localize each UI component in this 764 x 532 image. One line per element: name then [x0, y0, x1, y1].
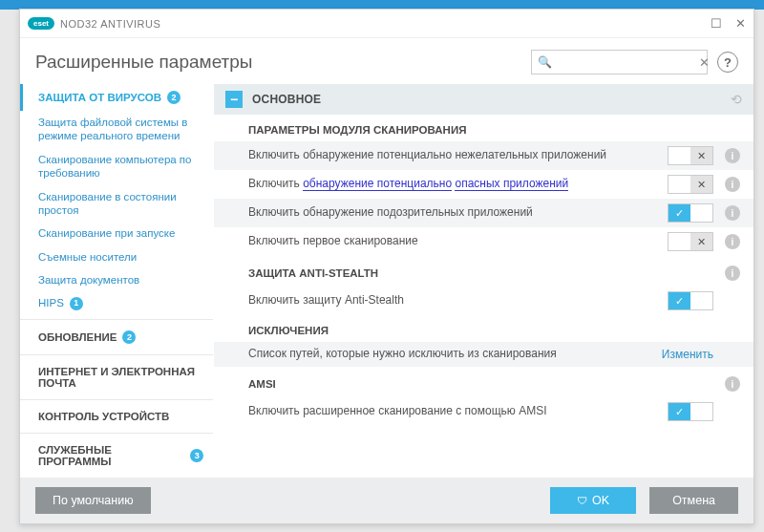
search-icon: 🔍	[538, 55, 552, 69]
group-label: AMSI	[248, 378, 276, 390]
info-icon[interactable]: i	[725, 205, 740, 221]
toggle-on-half: ✓	[668, 403, 690, 420]
option-exclusions: Список путей, которые нужно исключить из…	[214, 342, 753, 367]
option-label: Включить обнаружение подозрительных прил…	[248, 205, 658, 221]
group-label: ЗАЩИТА ANTI-STEALTH	[248, 267, 378, 279]
group-scan-params: ПАРАМЕТРЫ МОДУЛЯ СКАНИРОВАНИЯ	[214, 115, 753, 141]
defaults-button[interactable]: По умолчанию	[35, 487, 151, 514]
sidebar-item-idle[interactable]: Сканирование в состоянии простоя	[20, 185, 213, 223]
shield-icon: 🛡	[577, 495, 587, 506]
sidebar-item-realtime[interactable]: Защита файловой системы в режиме реально…	[20, 111, 213, 148]
group-exclusions: ИСКЛЮЧЕНИЯ	[214, 315, 753, 342]
sidebar-cat-virus[interactable]: ЗАЩИТА ОТ ВИРУСОВ 2	[20, 84, 213, 111]
search-box[interactable]: 🔍 ✕	[531, 50, 708, 74]
option-label: Включить первое сканирование	[248, 234, 658, 249]
sidebar-item-hips[interactable]: HIPS 1	[20, 291, 213, 314]
badge: 2	[122, 330, 136, 344]
app-title: NOD32 ANTIVIRUS	[60, 18, 160, 30]
annotated-text: обнаружение потенциально	[303, 177, 452, 191]
sidebar-cat-label: ЗАЩИТА ОТ ВИРУСОВ	[38, 92, 161, 103]
annotated-text: опасных приложений	[455, 177, 568, 191]
info-icon[interactable]: i	[725, 234, 740, 249]
edit-exclusions-link[interactable]: Изменить	[662, 348, 713, 361]
sidebar-cat-tools[interactable]: СЛУЖЕБНЫЕ ПРОГРАММЫ 3	[20, 437, 213, 474]
sidebar-cat-label: ОБНОВЛЕНИЕ	[38, 331, 117, 343]
divider	[20, 433, 213, 434]
maximize-button[interactable]: ☐	[711, 16, 722, 31]
option-amsi: Включить расширенное сканирование с помо…	[214, 397, 753, 426]
sidebar: ЗАЩИТА ОТ ВИРУСОВ 2 Защита файловой сист…	[20, 84, 214, 478]
info-icon[interactable]: i	[725, 376, 740, 392]
sidebar-item-removable[interactable]: Съемные носители	[20, 245, 213, 268]
search-clear-icon[interactable]: ✕	[699, 55, 710, 70]
help-button[interactable]: ?	[717, 52, 738, 73]
sidebar-item-ondemand[interactable]: Сканирование компьютера по требованию	[20, 148, 213, 185]
option-label: Включить обнаружение потенциально опасны…	[248, 177, 658, 192]
option-label: Включить обнаружение потенциально нежела…	[248, 148, 658, 163]
badge: 1	[70, 297, 83, 310]
divider	[20, 399, 213, 400]
option-label: Список путей, которые нужно исключить из…	[248, 347, 652, 362]
titlebar: eset NOD32 ANTIVIRUS ☐ ✕	[20, 10, 753, 38]
badge: 3	[190, 449, 203, 462]
reset-section-icon[interactable]: ⟲	[731, 92, 742, 107]
toggle-off-half: ✕	[690, 147, 712, 164]
sidebar-item-label: HIPS	[38, 296, 64, 309]
divider	[20, 354, 213, 355]
header: Расширенные параметры 🔍 ✕ ?	[20, 38, 753, 84]
option-first-scan: Включить первое сканирование ✕ i	[214, 227, 753, 256]
toggle-off-half: ✕	[690, 176, 712, 193]
toggle-unsafe[interactable]: ✕	[668, 175, 713, 194]
group-amsi: AMSI i	[214, 367, 753, 397]
info-icon[interactable]: i	[725, 266, 740, 281]
toggle-on-half: ✓	[668, 292, 690, 309]
search-input[interactable]	[556, 55, 699, 69]
divider	[20, 319, 213, 320]
group-anti-stealth: ЗАЩИТА ANTI-STEALTH i	[214, 256, 753, 287]
toggle-first-scan[interactable]: ✕	[668, 232, 713, 251]
toggle-suspicious[interactable]: ✓	[668, 203, 713, 223]
collapse-icon[interactable]: −	[225, 91, 243, 108]
sidebar-cat-internet[interactable]: ИНТЕРНЕТ И ЭЛЕКТРОННАЯ ПОЧТА	[20, 359, 213, 395]
option-suspicious: Включить обнаружение подозрительных прил…	[214, 199, 753, 227]
content-pane: − ОСНОВНОЕ ⟲ ПАРАМЕТРЫ МОДУЛЯ СКАНИРОВАН…	[214, 84, 753, 478]
info-icon[interactable]: i	[725, 177, 740, 192]
toggle-on-half	[668, 233, 690, 250]
option-anti-stealth: Включить защиту Anti-Stealth ✓ i	[214, 287, 753, 315]
info-icon[interactable]: i	[725, 148, 740, 163]
footer: По умолчанию 🛡 OK Отмена	[20, 478, 753, 523]
option-unsafe: Включить обнаружение потенциально опасны…	[214, 170, 753, 199]
sidebar-cat-label: СЛУЖЕБНЫЕ ПРОГРАММЫ	[38, 444, 184, 467]
page-title: Расширенные параметры	[35, 52, 253, 73]
sidebar-item-startup[interactable]: Сканирование при запуске	[20, 222, 213, 245]
close-button[interactable]: ✕	[735, 16, 746, 31]
section-title: ОСНОВНОЕ	[252, 93, 321, 106]
toggle-on-half	[668, 147, 690, 164]
sidebar-item-documents[interactable]: Защита документов	[20, 268, 213, 291]
toggle-anti-stealth[interactable]: ✓	[668, 291, 713, 310]
option-label: Включить расширенное сканирование с помо…	[248, 404, 658, 419]
toggle-off-half	[690, 403, 712, 420]
toggle-off-half	[690, 204, 712, 222]
sidebar-cat-device-control[interactable]: КОНТРОЛЬ УСТРОЙСТВ	[20, 404, 213, 429]
brand-logo: eset	[28, 17, 54, 30]
ok-label: OK	[592, 494, 609, 507]
option-label: Включить защиту Anti-Stealth	[248, 293, 658, 309]
ok-button[interactable]: 🛡 OK	[550, 487, 636, 514]
toggle-off-half	[690, 292, 712, 309]
badge: 2	[167, 91, 180, 104]
text: Включить	[248, 177, 303, 190]
section-header-basic: − ОСНОВНОЕ ⟲	[214, 84, 753, 115]
option-pua: Включить обнаружение потенциально нежела…	[214, 141, 753, 170]
toggle-pua[interactable]: ✕	[668, 146, 713, 165]
toggle-on-half	[668, 176, 690, 193]
sidebar-cat-update[interactable]: ОБНОВЛЕНИЕ 2	[20, 324, 213, 351]
settings-window: eset NOD32 ANTIVIRUS ☐ ✕ Расширенные пар…	[19, 9, 754, 524]
toggle-off-half: ✕	[690, 233, 712, 250]
toggle-amsi[interactable]: ✓	[668, 402, 713, 421]
toggle-on-half: ✓	[668, 204, 690, 222]
cancel-button[interactable]: Отмена	[649, 487, 738, 514]
